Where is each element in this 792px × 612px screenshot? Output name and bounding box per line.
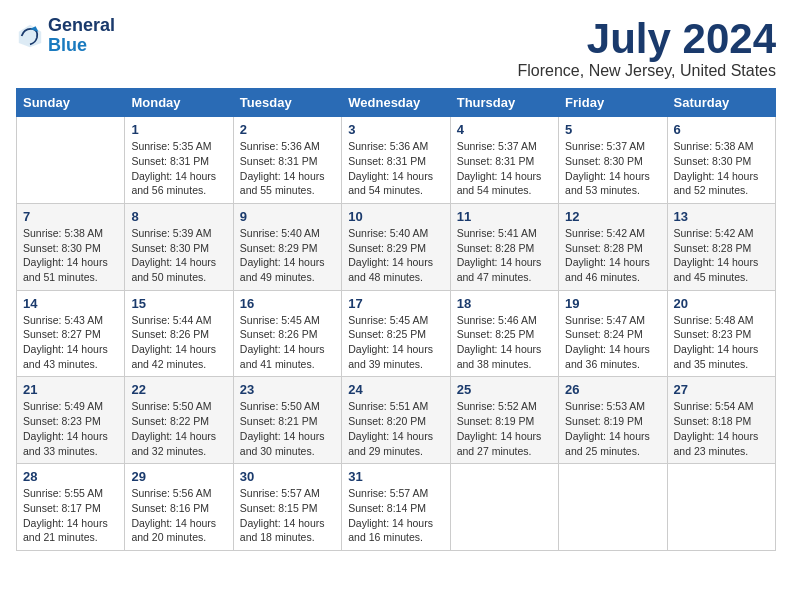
calendar-cell: 14Sunrise: 5:43 AM Sunset: 8:27 PM Dayli… [17,290,125,377]
col-header-monday: Monday [125,89,233,117]
calendar-week-row: 21Sunrise: 5:49 AM Sunset: 8:23 PM Dayli… [17,377,776,464]
day-info: Sunrise: 5:48 AM Sunset: 8:23 PM Dayligh… [674,313,769,372]
calendar-cell: 7Sunrise: 5:38 AM Sunset: 8:30 PM Daylig… [17,203,125,290]
calendar-cell: 21Sunrise: 5:49 AM Sunset: 8:23 PM Dayli… [17,377,125,464]
day-number: 5 [565,122,660,137]
day-info: Sunrise: 5:35 AM Sunset: 8:31 PM Dayligh… [131,139,226,198]
calendar-cell: 16Sunrise: 5:45 AM Sunset: 8:26 PM Dayli… [233,290,341,377]
day-number: 27 [674,382,769,397]
calendar-cell: 19Sunrise: 5:47 AM Sunset: 8:24 PM Dayli… [559,290,667,377]
day-info: Sunrise: 5:54 AM Sunset: 8:18 PM Dayligh… [674,399,769,458]
col-header-friday: Friday [559,89,667,117]
calendar-week-row: 1Sunrise: 5:35 AM Sunset: 8:31 PM Daylig… [17,117,776,204]
day-number: 6 [674,122,769,137]
day-number: 24 [348,382,443,397]
day-info: Sunrise: 5:50 AM Sunset: 8:22 PM Dayligh… [131,399,226,458]
calendar-cell: 1Sunrise: 5:35 AM Sunset: 8:31 PM Daylig… [125,117,233,204]
calendar-cell [559,464,667,551]
day-info: Sunrise: 5:44 AM Sunset: 8:26 PM Dayligh… [131,313,226,372]
day-info: Sunrise: 5:46 AM Sunset: 8:25 PM Dayligh… [457,313,552,372]
calendar-cell: 13Sunrise: 5:42 AM Sunset: 8:28 PM Dayli… [667,203,775,290]
calendar-cell [450,464,558,551]
calendar-cell: 30Sunrise: 5:57 AM Sunset: 8:15 PM Dayli… [233,464,341,551]
day-number: 14 [23,296,118,311]
col-header-saturday: Saturday [667,89,775,117]
calendar-cell: 18Sunrise: 5:46 AM Sunset: 8:25 PM Dayli… [450,290,558,377]
calendar-cell: 6Sunrise: 5:38 AM Sunset: 8:30 PM Daylig… [667,117,775,204]
day-info: Sunrise: 5:42 AM Sunset: 8:28 PM Dayligh… [674,226,769,285]
day-number: 29 [131,469,226,484]
day-number: 17 [348,296,443,311]
day-number: 11 [457,209,552,224]
calendar-cell: 4Sunrise: 5:37 AM Sunset: 8:31 PM Daylig… [450,117,558,204]
day-info: Sunrise: 5:40 AM Sunset: 8:29 PM Dayligh… [240,226,335,285]
col-header-thursday: Thursday [450,89,558,117]
calendar-cell: 17Sunrise: 5:45 AM Sunset: 8:25 PM Dayli… [342,290,450,377]
day-number: 10 [348,209,443,224]
day-number: 25 [457,382,552,397]
page-container: General Blue July 2024 Florence, New Jer… [16,16,776,551]
logo-line1: General [48,16,115,36]
day-info: Sunrise: 5:41 AM Sunset: 8:28 PM Dayligh… [457,226,552,285]
day-info: Sunrise: 5:36 AM Sunset: 8:31 PM Dayligh… [240,139,335,198]
title-block: July 2024 Florence, New Jersey, United S… [518,16,776,80]
calendar-week-row: 14Sunrise: 5:43 AM Sunset: 8:27 PM Dayli… [17,290,776,377]
calendar-cell: 12Sunrise: 5:42 AM Sunset: 8:28 PM Dayli… [559,203,667,290]
calendar-cell: 10Sunrise: 5:40 AM Sunset: 8:29 PM Dayli… [342,203,450,290]
day-info: Sunrise: 5:49 AM Sunset: 8:23 PM Dayligh… [23,399,118,458]
calendar-cell: 27Sunrise: 5:54 AM Sunset: 8:18 PM Dayli… [667,377,775,464]
day-number: 3 [348,122,443,137]
day-info: Sunrise: 5:45 AM Sunset: 8:25 PM Dayligh… [348,313,443,372]
day-info: Sunrise: 5:43 AM Sunset: 8:27 PM Dayligh… [23,313,118,372]
calendar-week-row: 28Sunrise: 5:55 AM Sunset: 8:17 PM Dayli… [17,464,776,551]
logo-icon [16,22,44,50]
calendar-cell [667,464,775,551]
calendar-cell: 26Sunrise: 5:53 AM Sunset: 8:19 PM Dayli… [559,377,667,464]
day-number: 23 [240,382,335,397]
day-info: Sunrise: 5:53 AM Sunset: 8:19 PM Dayligh… [565,399,660,458]
day-info: Sunrise: 5:52 AM Sunset: 8:19 PM Dayligh… [457,399,552,458]
calendar-cell: 20Sunrise: 5:48 AM Sunset: 8:23 PM Dayli… [667,290,775,377]
day-number: 9 [240,209,335,224]
calendar-table: SundayMondayTuesdayWednesdayThursdayFrid… [16,88,776,551]
day-number: 22 [131,382,226,397]
day-info: Sunrise: 5:57 AM Sunset: 8:15 PM Dayligh… [240,486,335,545]
day-info: Sunrise: 5:38 AM Sunset: 8:30 PM Dayligh… [23,226,118,285]
day-number: 12 [565,209,660,224]
day-info: Sunrise: 5:39 AM Sunset: 8:30 PM Dayligh… [131,226,226,285]
day-info: Sunrise: 5:50 AM Sunset: 8:21 PM Dayligh… [240,399,335,458]
day-info: Sunrise: 5:36 AM Sunset: 8:31 PM Dayligh… [348,139,443,198]
day-info: Sunrise: 5:55 AM Sunset: 8:17 PM Dayligh… [23,486,118,545]
day-info: Sunrise: 5:51 AM Sunset: 8:20 PM Dayligh… [348,399,443,458]
calendar-cell: 2Sunrise: 5:36 AM Sunset: 8:31 PM Daylig… [233,117,341,204]
day-info: Sunrise: 5:45 AM Sunset: 8:26 PM Dayligh… [240,313,335,372]
col-header-sunday: Sunday [17,89,125,117]
day-info: Sunrise: 5:47 AM Sunset: 8:24 PM Dayligh… [565,313,660,372]
day-info: Sunrise: 5:42 AM Sunset: 8:28 PM Dayligh… [565,226,660,285]
day-info: Sunrise: 5:37 AM Sunset: 8:31 PM Dayligh… [457,139,552,198]
calendar-cell: 23Sunrise: 5:50 AM Sunset: 8:21 PM Dayli… [233,377,341,464]
day-number: 2 [240,122,335,137]
calendar-cell: 9Sunrise: 5:40 AM Sunset: 8:29 PM Daylig… [233,203,341,290]
col-header-wednesday: Wednesday [342,89,450,117]
day-number: 20 [674,296,769,311]
header: General Blue July 2024 Florence, New Jer… [16,16,776,80]
day-number: 4 [457,122,552,137]
calendar-cell: 3Sunrise: 5:36 AM Sunset: 8:31 PM Daylig… [342,117,450,204]
day-info: Sunrise: 5:56 AM Sunset: 8:16 PM Dayligh… [131,486,226,545]
day-number: 8 [131,209,226,224]
day-number: 16 [240,296,335,311]
day-number: 28 [23,469,118,484]
day-info: Sunrise: 5:40 AM Sunset: 8:29 PM Dayligh… [348,226,443,285]
day-number: 1 [131,122,226,137]
calendar-cell: 29Sunrise: 5:56 AM Sunset: 8:16 PM Dayli… [125,464,233,551]
calendar-cell: 25Sunrise: 5:52 AM Sunset: 8:19 PM Dayli… [450,377,558,464]
calendar-cell: 24Sunrise: 5:51 AM Sunset: 8:20 PM Dayli… [342,377,450,464]
calendar-cell: 22Sunrise: 5:50 AM Sunset: 8:22 PM Dayli… [125,377,233,464]
day-number: 18 [457,296,552,311]
day-number: 15 [131,296,226,311]
day-number: 7 [23,209,118,224]
calendar-cell: 5Sunrise: 5:37 AM Sunset: 8:30 PM Daylig… [559,117,667,204]
calendar-week-row: 7Sunrise: 5:38 AM Sunset: 8:30 PM Daylig… [17,203,776,290]
day-info: Sunrise: 5:37 AM Sunset: 8:30 PM Dayligh… [565,139,660,198]
